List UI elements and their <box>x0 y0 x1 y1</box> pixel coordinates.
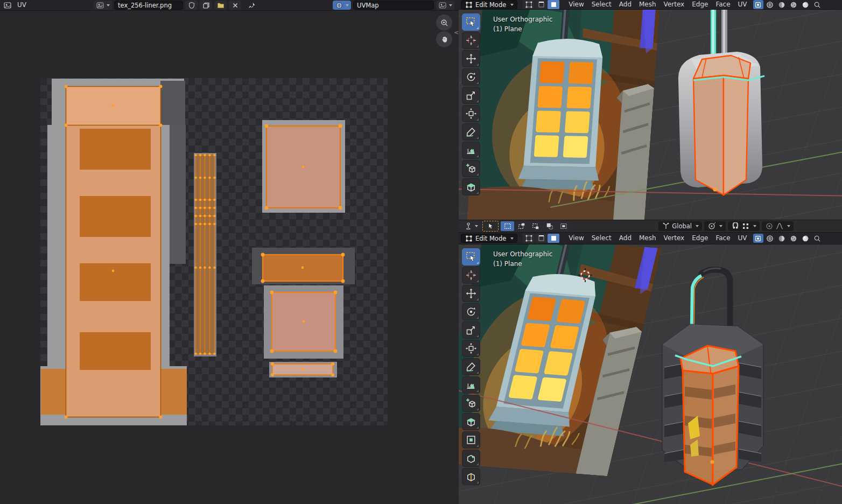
transform-orientation[interactable]: Global <box>658 221 702 231</box>
search-icon[interactable] <box>812 0 823 9</box>
zoom-in-button[interactable] <box>436 15 452 31</box>
xray-toggle-icon[interactable] <box>753 0 763 9</box>
shading-material-icon[interactable] <box>789 0 799 9</box>
add-cube-tool[interactable] <box>462 160 480 177</box>
loop-cut-tool[interactable] <box>462 468 480 485</box>
pan-button[interactable] <box>436 31 452 47</box>
search-icon[interactable] <box>812 234 823 243</box>
vertex-select-button[interactable] <box>523 0 535 9</box>
vertex-select-button[interactable] <box>523 234 535 243</box>
edge-select-button[interactable] <box>535 0 547 9</box>
shading-solid-icon[interactable] <box>777 0 787 9</box>
uv-canvas[interactable]: < <box>0 11 459 504</box>
image-browse-button[interactable] <box>94 1 112 10</box>
duplicate-image-button[interactable] <box>200 1 212 10</box>
mode-selector[interactable]: Edit Mode <box>461 234 517 243</box>
scale-tool[interactable] <box>462 87 480 104</box>
reference-image-plane[interactable] <box>467 10 660 220</box>
menu-mesh[interactable]: Mesh <box>635 0 660 9</box>
uv-island-top-face[interactable] <box>265 124 342 210</box>
menu-face[interactable]: Face <box>712 234 734 243</box>
cursor-tool[interactable] <box>462 32 480 49</box>
viewport-bottom[interactable]: User Orthographic (1) Plane <box>459 244 842 504</box>
menu-add[interactable]: Add <box>615 0 635 9</box>
annotate-tool[interactable] <box>462 358 480 375</box>
shading-rendered-icon[interactable] <box>801 234 811 243</box>
menu-edge[interactable]: Edge <box>688 234 712 243</box>
measure-tool[interactable] <box>462 142 480 159</box>
select-invert-button[interactable] <box>543 221 556 231</box>
uv-menu[interactable]: UV <box>13 1 30 10</box>
menu-view[interactable]: View <box>565 0 587 9</box>
menu-edge[interactable]: Edge <box>688 0 712 9</box>
shading-solid-icon[interactable] <box>777 234 787 243</box>
select-intersect-button[interactable] <box>557 221 570 231</box>
active-tool-selector[interactable] <box>462 222 480 231</box>
cursor-tool[interactable] <box>462 267 480 284</box>
menu-select[interactable]: Select <box>588 0 615 9</box>
open-image-button[interactable] <box>214 1 227 10</box>
image-display-button[interactable] <box>436 1 454 10</box>
select-extend-button[interactable] <box>515 221 528 231</box>
move-tool[interactable] <box>462 285 480 302</box>
menu-uv[interactable]: UV <box>734 234 751 243</box>
editor-type-icon[interactable] <box>3 1 11 9</box>
menu-vertex[interactable]: Vertex <box>660 0 689 9</box>
shading-wireframe-icon[interactable] <box>765 234 775 243</box>
proportional-editing[interactable] <box>762 221 794 231</box>
lantern-model-cage[interactable] <box>657 264 775 504</box>
uv-island-body[interactable] <box>41 85 187 419</box>
extrude-region-tool[interactable] <box>462 178 480 195</box>
viewport-top[interactable]: User Orthographic (1) Plane <box>459 10 842 220</box>
inset-faces-tool[interactable] <box>462 431 480 449</box>
menu-face[interactable]: Face <box>712 0 734 9</box>
pin-icon[interactable] <box>248 1 256 9</box>
uv-island-bar[interactable] <box>271 362 334 376</box>
face-select-button[interactable] <box>548 234 559 243</box>
unlink-image-button[interactable] <box>229 1 241 10</box>
snapping[interactable] <box>728 221 760 231</box>
collapse-arrow-icon[interactable]: < <box>454 29 459 36</box>
face-select-button[interactable] <box>548 0 559 9</box>
pivot-point[interactable] <box>704 221 726 231</box>
transform-icon <box>466 108 476 119</box>
lantern-model-solid[interactable] <box>659 10 772 210</box>
transform-tool[interactable] <box>462 340 480 357</box>
menu-uv[interactable]: UV <box>734 0 751 9</box>
viewport-bottom-header: Edit Mode ViewSelectAddMeshVertexEdgeFac… <box>459 233 842 244</box>
menu-mesh[interactable]: Mesh <box>635 234 660 243</box>
extrude-region-icon <box>466 416 476 427</box>
annotate-tool[interactable] <box>462 123 480 141</box>
select-box-tool[interactable] <box>462 248 480 265</box>
scale-tool[interactable] <box>462 321 480 339</box>
rotate-tool[interactable] <box>462 68 480 86</box>
add-cube-tool[interactable] <box>462 395 480 412</box>
shading-wireframe-icon[interactable] <box>765 0 775 9</box>
uv-island-rect[interactable] <box>261 253 345 283</box>
image-name-field[interactable]: tex_256-liner.png <box>114 1 183 10</box>
uv-island-bottom-face[interactable] <box>270 291 338 353</box>
uvmap-badge-button[interactable] <box>333 1 351 10</box>
select-set-button[interactable] <box>501 221 514 231</box>
mode-selector[interactable]: Edit Mode <box>461 0 517 9</box>
transform-tool[interactable] <box>462 105 480 122</box>
bevel-tool[interactable] <box>462 450 480 467</box>
shading-rendered-icon[interactable] <box>801 0 811 9</box>
uv-island-strip[interactable] <box>194 154 216 355</box>
select-box-tool[interactable] <box>462 13 480 31</box>
menu-vertex[interactable]: Vertex <box>660 234 689 243</box>
menu-view[interactable]: View <box>565 234 587 243</box>
edge-select-button[interactable] <box>535 234 547 243</box>
menu-select[interactable]: Select <box>588 234 615 243</box>
fake-user-button[interactable] <box>185 1 198 10</box>
active-tool-indicator[interactable] <box>482 221 499 232</box>
menu-add[interactable]: Add <box>615 234 635 243</box>
measure-tool[interactable] <box>462 376 480 394</box>
xray-toggle-icon[interactable] <box>753 234 763 243</box>
extrude-region-tool[interactable] <box>462 413 480 430</box>
move-tool[interactable] <box>462 50 480 67</box>
rotate-tool[interactable] <box>462 303 480 320</box>
uvmap-field[interactable]: UVMap <box>353 1 434 10</box>
select-subtract-button[interactable] <box>529 221 542 231</box>
shading-material-icon[interactable] <box>789 234 799 243</box>
